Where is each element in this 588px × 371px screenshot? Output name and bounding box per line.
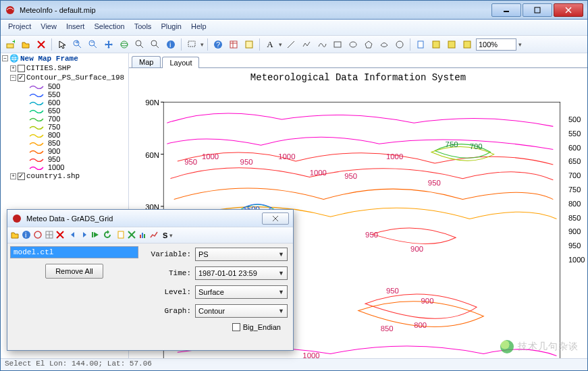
circle-icon[interactable] [393, 38, 406, 51]
legend-item[interactable]: 750 [1, 123, 128, 131]
reload-icon[interactable] [103, 230, 112, 241]
ellipse-icon[interactable] [346, 38, 360, 51]
pointer-icon[interactable] [55, 38, 69, 51]
menu-view[interactable]: View [36, 20, 61, 35]
menu-project[interactable]: Project [3, 20, 36, 35]
layer-checkbox[interactable] [18, 65, 25, 72]
fit-page-icon[interactable] [429, 38, 443, 51]
text-icon[interactable]: A [263, 38, 277, 51]
zoom-out-icon[interactable]: − [86, 38, 100, 51]
legend-item[interactable]: 650 [1, 107, 128, 115]
pan-icon[interactable] [102, 38, 115, 51]
delete-icon[interactable] [34, 38, 48, 51]
expand-icon[interactable]: + [10, 65, 16, 72]
expand-icon[interactable]: + [10, 173, 16, 179]
titlebar[interactable]: MeteoInfo - default.mip [1, 1, 587, 20]
prev-icon[interactable] [68, 230, 78, 241]
tab-map[interactable]: Map [132, 56, 161, 67]
grid-icon[interactable] [45, 230, 54, 241]
zoom-combo[interactable] [476, 38, 516, 51]
animate-icon[interactable] [91, 230, 101, 241]
menu-help[interactable]: Help [186, 20, 211, 35]
menu-insert[interactable]: Insert [61, 20, 90, 35]
file-list[interactable]: model.ctl [10, 246, 138, 258]
line-chart-icon[interactable] [149, 230, 159, 241]
frame-name[interactable]: New Map Frame [20, 55, 78, 63]
collapse-icon[interactable]: − [10, 75, 16, 81]
open-file-icon[interactable] [10, 230, 20, 241]
chart-icon[interactable] [138, 230, 147, 241]
svg-text:1000: 1000 [386, 152, 403, 161]
menu-plugin[interactable]: Plugin [156, 20, 186, 35]
meteo-data-dialog[interactable]: Meteo Data - GrADS_Grid i S ▾ model.ctl … [7, 209, 294, 351]
next-icon[interactable] [80, 230, 89, 241]
zoom-layer-icon[interactable] [133, 38, 146, 51]
big-endian-checkbox[interactable] [232, 323, 240, 331]
page-icon[interactable] [414, 38, 427, 51]
identify-icon[interactable]: i [164, 38, 178, 51]
polyline-icon[interactable] [300, 38, 313, 51]
menu-selection[interactable]: Selection [89, 20, 129, 35]
table-icon[interactable] [227, 38, 240, 51]
time-combo[interactable]: 1987-01-01 23:59▼ [195, 266, 288, 280]
dropdown-arrow-icon[interactable]: ▾ [279, 41, 282, 48]
minimize-button[interactable] [491, 3, 521, 17]
freehand-icon[interactable] [315, 38, 329, 51]
remove-icon[interactable] [56, 231, 64, 240]
legend-label: 500 [48, 82, 60, 90]
legend-item[interactable]: 850 [1, 139, 128, 147]
legend-item[interactable]: 900 [1, 147, 128, 155]
layer-name[interactable]: Contour_PS_Surface_198 [26, 74, 124, 82]
layer-checkbox[interactable] [18, 74, 25, 82]
script-icon[interactable] [242, 38, 256, 51]
layer-name[interactable]: country1.shp [26, 172, 80, 180]
clear-icon[interactable] [128, 231, 136, 240]
layer-name[interactable]: CITIES.SHP [26, 64, 71, 72]
remove-all-button[interactable]: Remove All [45, 264, 103, 279]
refresh-icon[interactable] [33, 230, 43, 241]
dropdown-arrow-icon[interactable]: ▾ [169, 232, 173, 239]
graph-combo[interactable]: Contour▼ [195, 304, 288, 318]
line-icon[interactable] [284, 38, 298, 51]
info-icon[interactable]: i [22, 230, 31, 241]
rect-icon[interactable] [331, 38, 344, 51]
svg-rect-80 [144, 234, 145, 238]
actual-size-icon[interactable] [460, 38, 474, 51]
legend-item[interactable]: 800 [1, 131, 128, 139]
zoom-sel-icon[interactable] [149, 38, 162, 51]
dialog-titlebar[interactable]: Meteo Data - GrADS_Grid [7, 210, 293, 227]
dialog-close-button[interactable] [262, 212, 289, 225]
maximize-button[interactable] [523, 3, 552, 17]
legend-item[interactable]: 600 [1, 98, 128, 107]
setting-icon[interactable]: S [163, 231, 167, 239]
legend-item[interactable]: 700 [1, 115, 128, 123]
tab-layout[interactable]: Layout [162, 57, 199, 68]
legend-item[interactable]: 550 [1, 90, 128, 98]
fit-width-icon[interactable] [445, 38, 458, 51]
collapse-icon[interactable]: − [2, 55, 8, 61]
legend-item[interactable]: 1000 [1, 163, 128, 171]
open-icon[interactable] [19, 38, 32, 51]
help-icon[interactable]: ? [211, 38, 225, 51]
close-button[interactable] [554, 3, 583, 17]
layer-checkbox[interactable] [18, 173, 25, 180]
polygon-icon[interactable] [362, 38, 375, 51]
add-layer-icon[interactable]: + [3, 38, 17, 51]
legend-item[interactable]: 500 [1, 82, 128, 90]
chevron-down-icon: ▼ [278, 270, 284, 277]
draw-icon[interactable] [116, 230, 126, 241]
curve-icon[interactable] [377, 38, 391, 51]
list-item[interactable]: model.ctl [11, 247, 138, 258]
svg-rect-75 [118, 231, 124, 238]
menu-tools[interactable]: Tools [130, 20, 157, 35]
zoom-in-icon[interactable]: + [71, 38, 84, 51]
watermark-text: 技术几句杂谈 [518, 341, 579, 353]
level-combo[interactable]: Surface▼ [195, 285, 288, 299]
select-rect-icon[interactable] [185, 38, 198, 51]
variable-combo[interactable]: PS▼ [195, 248, 288, 261]
legend-item[interactable]: 950 [1, 155, 128, 163]
dropdown-arrow-icon[interactable]: ▾ [518, 41, 522, 48]
dropdown-arrow-icon[interactable]: ▾ [201, 41, 204, 48]
svg-text:950: 950 [428, 179, 441, 187]
full-extent-icon[interactable] [117, 38, 131, 51]
